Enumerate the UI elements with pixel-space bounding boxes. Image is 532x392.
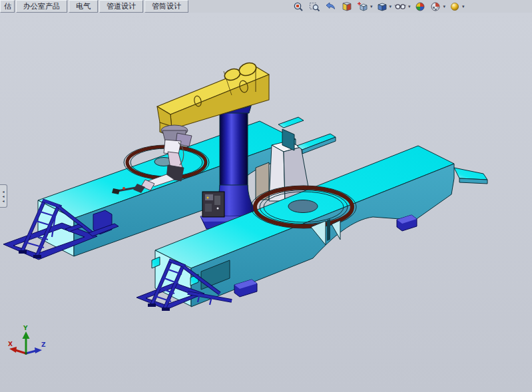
graphics-viewport[interactable]: X Y Z xyxy=(0,0,532,392)
heads-up-view-toolbar: ▾ ▾ ▾ xyxy=(291,0,466,13)
view-orientation-button[interactable]: ▾ xyxy=(355,1,374,13)
command-tabs: 估 办公室产品 电气 管道设计 管筒设计 xyxy=(0,0,190,13)
zoom-to-area-button[interactable] xyxy=(307,1,323,13)
ring-right-hub[interactable] xyxy=(288,200,318,213)
tab-evaluate-partial[interactable]: 估 xyxy=(0,0,15,13)
expand-arrow-icon: ◂ xyxy=(2,189,4,194)
section-cut-icon xyxy=(340,1,354,12)
dropdown-arrow-icon[interactable]: ▾ xyxy=(390,1,392,13)
magnifier-area-icon xyxy=(308,1,322,12)
dropdown-arrow-icon[interactable]: ▾ xyxy=(443,1,446,13)
dropdown-arrow-icon[interactable]: ▾ xyxy=(408,1,411,13)
shaded-cube-icon xyxy=(376,1,389,12)
feature-panel-expander[interactable]: ◂ ◂ ◂ xyxy=(0,184,7,208)
expand-arrow-icon: ◂ xyxy=(2,198,4,203)
zoom-to-fit-button[interactable] xyxy=(291,1,307,13)
gold-sphere-icon xyxy=(448,1,461,12)
section-view-button[interactable] xyxy=(339,1,355,13)
triad-z-label: Z xyxy=(41,341,46,348)
column-control-box[interactable] xyxy=(202,192,224,217)
view-settings-button[interactable]: ▾ xyxy=(447,1,466,13)
display-style-button[interactable]: ▾ xyxy=(374,1,394,13)
eyeglasses-icon xyxy=(394,1,407,12)
expand-arrow-icon: ◂ xyxy=(2,194,4,198)
edit-appearance-button[interactable] xyxy=(412,1,428,13)
scene-sphere-icon xyxy=(429,1,443,12)
tab-office-products[interactable]: 办公室产品 xyxy=(16,0,67,13)
dropdown-arrow-icon[interactable]: ▾ xyxy=(370,1,373,13)
color-sphere-icon xyxy=(413,1,427,12)
magnifier-icon xyxy=(292,1,306,12)
tab-electrical[interactable]: 电气 xyxy=(69,0,98,13)
hide-show-items-button[interactable]: ▾ xyxy=(393,1,412,13)
back-arrow-icon xyxy=(324,1,338,12)
apply-scene-button[interactable]: ▾ xyxy=(428,1,447,13)
previous-view-button[interactable] xyxy=(323,1,339,13)
cube-axes-icon xyxy=(356,1,370,12)
dropdown-arrow-icon[interactable]: ▾ xyxy=(462,1,465,13)
tab-piping-design[interactable]: 管道设计 xyxy=(99,0,143,13)
triad-y-label: Y xyxy=(23,325,28,331)
tab-tube-design[interactable]: 管筒设计 xyxy=(144,0,188,13)
triad-x-label: X xyxy=(8,341,13,347)
